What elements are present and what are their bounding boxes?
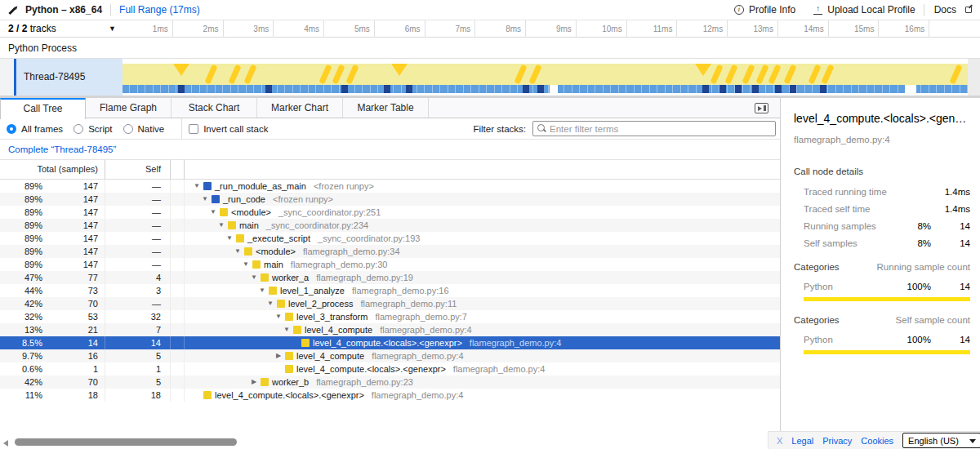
expand-twisty[interactable]: ▶ bbox=[274, 349, 283, 362]
tab-marker-table[interactable]: Marker Table bbox=[343, 98, 429, 118]
footer-link-privacy[interactable]: Privacy bbox=[822, 436, 852, 446]
footer-link-legal[interactable]: Legal bbox=[791, 436, 813, 446]
marker-glyph[interactable] bbox=[243, 64, 256, 85]
thread-track-label[interactable]: Thread-78495 bbox=[16, 59, 122, 96]
call-tree-row[interactable]: 42%705▶worker_bflamegraph_demo.py:23 bbox=[0, 376, 780, 389]
marker-glyph[interactable] bbox=[695, 64, 711, 76]
scroll-left-arrow-icon[interactable] bbox=[3, 440, 8, 447]
call-tree-row[interactable]: 11%1818level_4_compute.<locals>.<genexpr… bbox=[0, 389, 780, 402]
marker-glyph[interactable] bbox=[345, 64, 359, 85]
expand-twisty[interactable]: ▼ bbox=[201, 193, 209, 206]
track-sample-strip[interactable] bbox=[122, 85, 968, 93]
marker-glyph[interactable] bbox=[710, 64, 723, 85]
call-tree-row[interactable]: 89%147—▼mainflamegraph_demo.py:30 bbox=[0, 258, 780, 271]
marker-glyph[interactable] bbox=[821, 64, 834, 85]
tab-flame-graph[interactable]: Flame Graph bbox=[86, 98, 172, 118]
timeline-ruler[interactable]: 1ms2ms3ms4ms5ms6ms7ms8ms9ms10ms11ms12ms1… bbox=[122, 20, 980, 38]
radio-script-label[interactable]: Script bbox=[88, 124, 112, 134]
expand-twisty[interactable]: ▼ bbox=[234, 245, 242, 258]
expand-twisty[interactable]: ▼ bbox=[242, 258, 250, 271]
docs-link[interactable]: Docs bbox=[934, 4, 972, 16]
profile-info-button[interactable]: i Profile Info bbox=[734, 4, 795, 16]
call-tree-row[interactable]: 89%147—▼_execute_script_sync_coordinator… bbox=[0, 232, 780, 245]
invert-call-stack-label[interactable]: Invert call stack bbox=[203, 124, 268, 134]
track-grip[interactable] bbox=[0, 59, 14, 96]
horizontal-scrollbar[interactable] bbox=[0, 438, 780, 448]
breadcrumb-root-link[interactable]: Complete “Thread-78495” bbox=[8, 144, 116, 154]
cell-gutter bbox=[171, 323, 185, 336]
marker-glyph[interactable] bbox=[949, 64, 962, 85]
expand-twisty[interactable]: ▼ bbox=[217, 219, 225, 232]
call-tree-row[interactable]: 89%147—▼main_sync_coordinator.py:234 bbox=[0, 219, 780, 232]
marker-glyph[interactable] bbox=[528, 64, 541, 85]
marker-glyph[interactable] bbox=[724, 64, 737, 85]
marker-glyph[interactable] bbox=[228, 64, 241, 85]
marker-glyph[interactable] bbox=[742, 64, 755, 85]
call-tree-row[interactable]: 9.7%165▶level_4_computeflamegraph_demo.p… bbox=[0, 349, 780, 362]
radio-all-frames-label[interactable]: All frames bbox=[21, 124, 63, 134]
expand-twisty[interactable]: ▼ bbox=[283, 323, 291, 336]
footer-link-cookies[interactable]: Cookies bbox=[861, 436, 893, 446]
upload-profile-button[interactable]: ↑ Upload Local Profile bbox=[813, 4, 915, 16]
call-tree-row[interactable]: 89%147—▼_run_code<frozen runpy> bbox=[0, 193, 780, 206]
call-tree-row[interactable]: 32%5332▼level_3_transformflamegraph_demo… bbox=[0, 310, 780, 323]
marker-glyph[interactable] bbox=[173, 64, 189, 76]
marker-glyph[interactable] bbox=[332, 64, 345, 85]
radio-native-label[interactable]: Native bbox=[138, 124, 165, 134]
call-tree-row[interactable]: 47%774▼worker_aflamegraph_demo.py:19 bbox=[0, 271, 780, 284]
marker-glyph[interactable] bbox=[514, 64, 527, 85]
radio-script[interactable] bbox=[74, 124, 83, 134]
cell-self-samples: 14 bbox=[105, 336, 171, 349]
thread-track-canvas[interactable] bbox=[122, 59, 980, 96]
expand-twisty[interactable]: ▼ bbox=[266, 297, 274, 310]
language-select[interactable]: English (US) bbox=[902, 433, 980, 448]
sidebar-toggle-button[interactable] bbox=[755, 103, 768, 113]
tab-stack-chart[interactable]: Stack Chart bbox=[172, 98, 257, 118]
cell-self-samples: 3 bbox=[105, 284, 171, 297]
footer-link-x[interactable]: X bbox=[777, 436, 782, 446]
track-activity-band[interactable] bbox=[122, 64, 968, 85]
tracks-dropdown[interactable]: 2 / 2 tracks ▼ bbox=[0, 20, 122, 38]
marker-glyph[interactable] bbox=[204, 64, 217, 85]
expand-twisty[interactable]: ▶ bbox=[250, 376, 258, 389]
expand-twisty[interactable]: ▼ bbox=[250, 271, 258, 284]
expand-twisty[interactable]: ▼ bbox=[258, 284, 266, 297]
filter-input[interactable] bbox=[550, 124, 771, 134]
marker-glyph[interactable] bbox=[391, 64, 408, 76]
tab-call-tree[interactable]: Call Tree bbox=[0, 98, 86, 119]
cell-self-samples: 7 bbox=[105, 323, 171, 336]
column-header-self[interactable]: Self bbox=[105, 160, 171, 179]
invert-call-stack-checkbox[interactable] bbox=[189, 124, 198, 134]
process-track-label[interactable]: Python Process bbox=[0, 38, 980, 59]
expand-twisty[interactable]: ▼ bbox=[274, 310, 283, 323]
cell-tree: ▼level_4_computeflamegraph_demo.py:4 bbox=[185, 323, 780, 336]
scrollbar-thumb[interactable] bbox=[15, 438, 237, 446]
expand-twisty[interactable]: ▼ bbox=[193, 180, 201, 193]
full-range-link[interactable]: Full Range (17ms) bbox=[119, 4, 200, 16]
function-name: level_2_process bbox=[288, 299, 354, 309]
call-tree-row[interactable]: 89%147—▼<module>_sync_coordinator.py:251 bbox=[0, 206, 780, 219]
marker-glyph[interactable] bbox=[755, 64, 768, 85]
marker-glyph[interactable] bbox=[808, 64, 821, 85]
call-tree-row[interactable]: 89%147—▼<module>flamegraph_demo.py:34 bbox=[0, 245, 780, 258]
expand-twisty[interactable]: ▼ bbox=[225, 232, 234, 245]
edit-profile-name-icon[interactable] bbox=[8, 5, 19, 16]
column-header-total[interactable]: Total (samples) bbox=[0, 160, 105, 179]
call-tree-row[interactable]: 8.5%1414level_4_compute.<locals>.<genexp… bbox=[0, 336, 780, 349]
marker-glyph[interactable] bbox=[768, 64, 781, 85]
expand-twisty[interactable]: ▼ bbox=[209, 206, 217, 219]
radio-all-frames[interactable] bbox=[7, 124, 16, 134]
tab-marker-chart[interactable]: Marker Chart bbox=[257, 98, 343, 118]
marker-glyph[interactable] bbox=[318, 64, 332, 85]
call-tree-row[interactable]: 42%70—▼level_2_processflamegraph_demo.py… bbox=[0, 297, 780, 310]
call-tree-row[interactable]: 0.6%11level_4_compute.<locals>.<genexpr>… bbox=[0, 362, 780, 376]
sample-gap bbox=[905, 85, 916, 93]
radio-native[interactable] bbox=[123, 124, 133, 134]
call-tree-row[interactable]: 89%147—▼_run_module_as_main<frozen runpy… bbox=[0, 180, 780, 193]
marker-glyph[interactable] bbox=[783, 64, 796, 85]
call-tree-row[interactable]: 13%217▼level_4_computeflamegraph_demo.py… bbox=[0, 323, 780, 336]
cell-gutter bbox=[171, 349, 185, 362]
ruler-tick: 15ms bbox=[829, 20, 880, 38]
cell-gutter bbox=[171, 310, 185, 323]
call-tree-row[interactable]: 44%733▼level_1_analyzeflamegraph_demo.py… bbox=[0, 284, 780, 297]
